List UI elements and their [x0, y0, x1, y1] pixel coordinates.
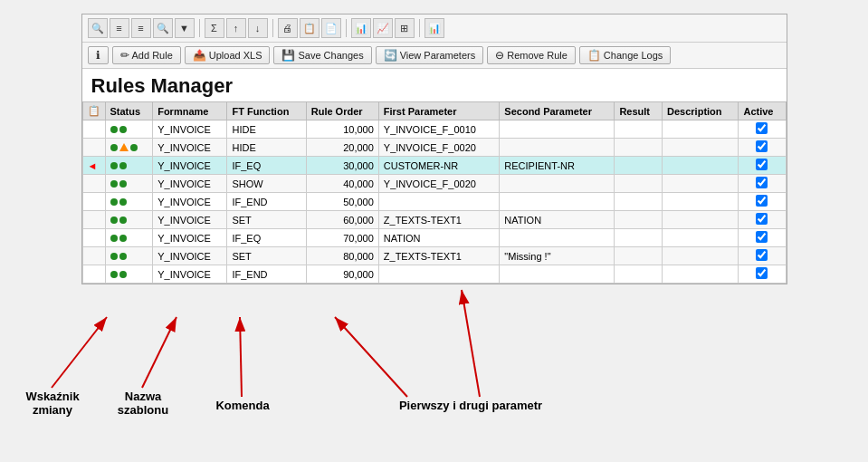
toolbar-sep1: [199, 19, 200, 37]
result-cell: [615, 139, 663, 157]
log-icon: 📋: [587, 49, 601, 62]
tb-btn-sort-asc[interactable]: ↑: [226, 18, 246, 38]
tb-btn-sort-desc[interactable]: ↓: [248, 18, 268, 38]
formname-cell: Y_INVOICE: [153, 139, 227, 157]
tb-btn-bar[interactable]: 📊: [424, 18, 444, 38]
active-checkbox[interactable]: [756, 195, 768, 207]
table-row[interactable]: Y_INVOICESHOW40,000Y_INVOICE_F_0020: [82, 175, 786, 193]
description-cell: [663, 265, 739, 284]
col-header-secondparam: Second Parameter: [500, 102, 615, 120]
col-header-formname: Formname: [153, 102, 227, 120]
result-cell: [615, 120, 663, 139]
edit-indicator-cell: [82, 175, 105, 193]
info-icon: ℹ: [96, 49, 100, 62]
first-param-cell: CUSTOMER-NR: [378, 157, 500, 175]
tb-btn-search[interactable]: 🔍: [88, 18, 108, 38]
tb-btn-filter[interactable]: ▼: [175, 18, 195, 38]
change-logs-button[interactable]: 📋 Change Logs: [579, 46, 671, 64]
active-checkbox[interactable]: [756, 267, 768, 279]
description-cell: [663, 229, 739, 247]
dot-green: [110, 198, 118, 206]
dot-green2: [119, 126, 127, 133]
tb-btn-copy1[interactable]: 📋: [300, 18, 320, 38]
active-checkbox[interactable]: [756, 177, 768, 188]
edit-indicator-cell: ◄: [82, 157, 105, 175]
active-checkbox[interactable]: [756, 140, 768, 152]
tb-btn-chart1[interactable]: 📊: [351, 18, 371, 38]
second-param-cell: "Missing !": [500, 247, 615, 265]
second-param-cell: [500, 175, 615, 193]
second-param-cell: [500, 120, 615, 139]
dot-green2: [119, 180, 127, 188]
tb-btn-find[interactable]: 🔍: [153, 18, 173, 38]
dot-green2: [119, 271, 127, 278]
status-cell: [105, 120, 153, 139]
table-row[interactable]: Y_INVOICEHIDE20,000Y_INVOICE_F_0020: [82, 139, 786, 157]
status-cell: [105, 229, 153, 247]
active-checkbox[interactable]: [756, 231, 768, 243]
info-button[interactable]: ℹ: [88, 46, 109, 64]
dot-green2: [119, 253, 127, 260]
result-cell: [615, 265, 663, 284]
col-header-result: Result: [615, 102, 663, 120]
tb-btn-list2[interactable]: ≡: [131, 18, 151, 38]
col-header-icon: 📋: [82, 102, 105, 120]
upload-xls-button[interactable]: 📤 Upload XLS: [185, 46, 271, 64]
edit-indicator-cell: [82, 247, 105, 265]
active-checkbox[interactable]: [756, 249, 768, 261]
formname-cell: Y_INVOICE: [153, 193, 227, 211]
edit-indicator-cell: [82, 139, 105, 157]
table-row[interactable]: ◄Y_INVOICEIF_EQ30,000CUSTOMER-NRRECIPIEN…: [82, 157, 786, 175]
active-checkbox[interactable]: [756, 159, 768, 170]
edit-indicator-cell: [82, 193, 105, 211]
description-cell: [663, 211, 739, 229]
tb-btn-print[interactable]: 🖨: [278, 18, 298, 38]
remove-rule-button[interactable]: ⊖ Remove Rule: [487, 46, 576, 64]
active-cell: [739, 247, 786, 265]
rule-order-cell: 50,000: [306, 193, 378, 211]
first-param-cell: Y_INVOICE_F_0020: [378, 139, 500, 157]
result-cell: [615, 157, 663, 175]
tb-btn-sum[interactable]: Σ: [205, 18, 224, 38]
tb-btn-list1[interactable]: ≡: [110, 18, 129, 38]
toolbar-sep4: [419, 19, 420, 37]
active-cell: [739, 120, 786, 139]
view-parameters-button[interactable]: 🔄 View Parameters: [376, 46, 484, 64]
active-cell: [739, 157, 786, 175]
rule-order-cell: 40,000: [306, 175, 378, 193]
status-cell: [105, 247, 153, 265]
status-cell: [105, 211, 153, 229]
table-row[interactable]: Y_INVOICEIF_EQ70,000NATION: [82, 229, 786, 247]
annotation-parametr: Pierwszy i drugi parametr: [380, 399, 561, 412]
tb-btn-chart2[interactable]: 📈: [373, 18, 393, 38]
toolbar-sep2: [272, 19, 273, 37]
first-param-cell: [378, 193, 500, 211]
pencil-icon: ✏: [120, 49, 129, 62]
add-rule-button[interactable]: ✏ Add Rule: [112, 46, 181, 64]
status-cell: [105, 265, 153, 284]
dot-green: [110, 126, 118, 133]
tb-btn-copy2[interactable]: 📄: [321, 18, 341, 38]
active-cell: [739, 211, 786, 229]
first-param-cell: Y_INVOICE_F_0020: [378, 175, 500, 193]
table-row[interactable]: Y_INVOICEHIDE10,000Y_INVOICE_F_0010: [82, 120, 786, 139]
save-icon: 💾: [281, 49, 295, 62]
ft-function-cell: SET: [227, 247, 306, 265]
dot-green3: [130, 144, 138, 151]
result-cell: [615, 193, 663, 211]
save-changes-button[interactable]: 💾 Save Changes: [273, 46, 371, 64]
table-row[interactable]: Y_INVOICEIF_END50,000: [82, 193, 786, 211]
active-checkbox[interactable]: [756, 213, 768, 225]
table-row[interactable]: Y_INVOICESET80,000Z_TEXTS-TEXT1"Missing …: [82, 247, 786, 265]
status-cell: [105, 157, 153, 175]
svg-line-5: [462, 290, 480, 397]
table-row[interactable]: Y_INVOICEIF_END90,000: [82, 265, 786, 284]
active-checkbox[interactable]: [756, 122, 768, 134]
first-param-cell: [378, 265, 500, 284]
table-row[interactable]: Y_INVOICESET60,000Z_TEXTS-TEXT1NATION: [82, 211, 786, 229]
upload-xls-label: Upload XLS: [209, 50, 262, 61]
save-changes-label: Save Changes: [298, 50, 363, 61]
ft-function-cell: HIDE: [227, 120, 306, 139]
active-cell: [739, 229, 786, 247]
tb-btn-grid[interactable]: ⊞: [395, 18, 415, 38]
